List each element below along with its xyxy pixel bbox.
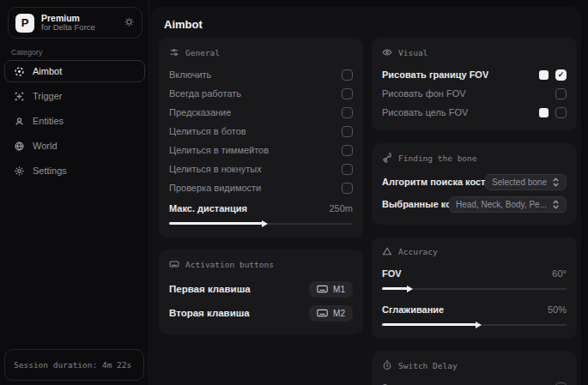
panel-title: Activation buttons bbox=[185, 260, 274, 269]
panel-title: Switch Delay bbox=[398, 361, 458, 370]
visual-label: Рисовать границу FOV bbox=[382, 69, 488, 80]
visual-row-fov-border: Рисовать границу FOV ✓ bbox=[382, 65, 567, 84]
keybind-row-second: Вторая клавиша M2 bbox=[169, 301, 353, 325]
checkbox-prediction[interactable] bbox=[342, 107, 353, 118]
sidebar-item-trigger[interactable]: Trigger bbox=[4, 85, 145, 107]
toggle-label: Целиться в ботов bbox=[169, 126, 246, 136]
color-swatch[interactable] bbox=[539, 70, 549, 80]
brand-text: Premium for Delta Force bbox=[41, 13, 124, 33]
panel-accuracy-header: Accuracy bbox=[382, 246, 567, 256]
brand-logo: P bbox=[15, 14, 34, 33]
main-content: Aimbot General Включить Всегда работать … bbox=[150, 7, 581, 385]
sidebar-item-label: Settings bbox=[33, 165, 67, 176]
sidebar-item-label: Aimbot bbox=[33, 66, 62, 76]
column-left: General Включить Всегда работать Предска… bbox=[159, 38, 363, 334]
panel-title: General bbox=[185, 48, 220, 57]
bone-algorithm-select[interactable]: Selected bone bbox=[485, 174, 567, 190]
toggle-row-target-bots: Целиться в ботов bbox=[169, 122, 353, 141]
checkbox-switch-delay[interactable] bbox=[555, 382, 567, 385]
chevrons-up-down-icon bbox=[552, 200, 560, 209]
sidebar-item-settings[interactable]: Settings bbox=[4, 159, 145, 182]
slider-row-max-distance: Макс. дистанция 250m bbox=[169, 199, 353, 218]
check-icon: ✓ bbox=[558, 70, 565, 79]
toggle-label: Проверка видимости bbox=[169, 183, 261, 193]
keyboard-icon bbox=[317, 285, 328, 293]
brand-card[interactable]: P Premium for Delta Force bbox=[8, 7, 142, 39]
triangle-icon bbox=[382, 246, 392, 256]
bone-label: Алгоритм поиска костей bbox=[382, 177, 496, 187]
fov-slider[interactable] bbox=[382, 285, 567, 293]
keybind-label: Вторая клавиша bbox=[169, 308, 250, 318]
bone-icon bbox=[382, 153, 392, 163]
visual-label: Рисовать фон FOV bbox=[382, 88, 466, 99]
checkbox-always-work[interactable] bbox=[342, 88, 353, 99]
keybind-button-first[interactable]: M1 bbox=[309, 281, 353, 298]
keybind-value: M2 bbox=[333, 309, 345, 318]
panel-finding-the-bone: Finding the bone Алгоритм поиска костей … bbox=[372, 143, 577, 225]
visual-label: Рисовать цель FOV bbox=[382, 107, 468, 117]
slider-value: 250m bbox=[329, 203, 353, 214]
slider-thumb[interactable] bbox=[262, 220, 268, 227]
trigger-icon bbox=[14, 91, 25, 102]
toggle-label: Предсказание bbox=[169, 107, 231, 117]
keybind-row-first: Первая клавиша M1 bbox=[169, 277, 353, 301]
checkbox-fov-background[interactable] bbox=[555, 88, 567, 99]
slider-thumb[interactable] bbox=[476, 322, 482, 328]
max-distance-slider[interactable] bbox=[169, 220, 353, 228]
slider-fill bbox=[382, 287, 408, 290]
visual-controls bbox=[555, 88, 567, 99]
toggle-label: Включить bbox=[169, 69, 211, 80]
toggle-row-target-teammates: Целиться в тиммейтов bbox=[169, 141, 353, 159]
visual-controls: ✓ bbox=[539, 69, 567, 81]
keybind-button-second[interactable]: M2 bbox=[309, 305, 353, 322]
gear-icon bbox=[14, 165, 25, 177]
refresh-icon[interactable] bbox=[124, 16, 135, 30]
selected-value: Selected bone bbox=[492, 177, 547, 187]
visual-controls bbox=[539, 107, 567, 118]
globe-icon bbox=[14, 141, 25, 152]
checkbox-target-knocked[interactable] bbox=[342, 164, 353, 175]
toggle-label: Всегда работать bbox=[169, 88, 241, 99]
checkbox-visibility-check[interactable] bbox=[342, 183, 353, 194]
sidebar-item-label: Entities bbox=[33, 116, 64, 126]
panel-bone-header: Finding the bone bbox=[382, 153, 567, 163]
checkbox-fov-border[interactable]: ✓ bbox=[555, 69, 567, 81]
category-label: Category bbox=[11, 48, 43, 57]
keybind-label: Первая клавиша bbox=[169, 284, 251, 294]
toggle-row-switch-delay: Задержка переключения bbox=[382, 378, 567, 385]
slider-label: Сглаживание bbox=[382, 304, 444, 315]
smoothing-slider[interactable] bbox=[382, 321, 567, 329]
brand-subtitle: for Delta Force bbox=[41, 23, 124, 33]
slider-value: 50% bbox=[548, 304, 567, 315]
visual-row-fov-target: Рисовать цель FOV bbox=[382, 103, 567, 122]
sidebar-item-entities[interactable]: Entities bbox=[4, 110, 145, 132]
color-swatch[interactable] bbox=[539, 108, 549, 117]
panel-general-header: General bbox=[169, 47, 353, 57]
toggle-row-always-work: Всегда работать bbox=[169, 84, 353, 103]
eye-icon bbox=[382, 47, 392, 57]
checkbox-target-teammates[interactable] bbox=[342, 145, 353, 156]
entities-icon bbox=[14, 116, 25, 127]
checkbox-target-bots[interactable] bbox=[342, 126, 353, 137]
slider-thumb[interactable] bbox=[407, 286, 413, 292]
panel-title: Finding the bone bbox=[398, 153, 477, 163]
slider-row-fov: FOV 60° bbox=[382, 264, 567, 283]
checkbox-enable[interactable] bbox=[342, 69, 353, 81]
sidebar-nav: Aimbot Trigger Entities World Settings bbox=[4, 60, 145, 184]
panel-title: Accuracy bbox=[398, 247, 438, 256]
sidebar-item-world[interactable]: World bbox=[4, 135, 145, 157]
page-title: Aimbot bbox=[164, 18, 203, 31]
slider-fill bbox=[382, 323, 476, 326]
selected-bones-select[interactable]: Head, Neck, Body, Pe... bbox=[449, 196, 567, 213]
checkbox-fov-target[interactable] bbox=[555, 107, 567, 118]
sidebar-item-aimbot[interactable]: Aimbot bbox=[4, 60, 145, 82]
selected-value: Head, Neck, Body, Pe... bbox=[456, 200, 547, 209]
timer-icon bbox=[382, 360, 392, 370]
visual-row-fov-background: Рисовать фон FOV bbox=[382, 84, 567, 103]
slider-label: Макс. дистанция bbox=[169, 203, 247, 214]
panel-switch-delay: Switch Delay Задержка переключения Задер… bbox=[372, 351, 577, 385]
keyboard-icon bbox=[169, 259, 179, 269]
toggle-row-target-knocked: Целиться в нокнутых bbox=[169, 159, 353, 178]
toggle-label: Целиться в тиммейтов bbox=[169, 145, 269, 155]
bone-row-algorithm: Алгоритм поиска костей Selected bone bbox=[382, 171, 567, 193]
